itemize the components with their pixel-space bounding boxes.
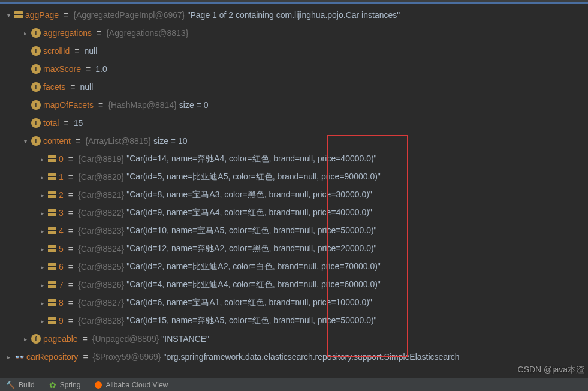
ref-text: {ArrayList@8815} (85, 136, 151, 146)
chevron-right-icon[interactable]: ▸ (22, 336, 29, 342)
ref-text: {Car@8825} (78, 262, 124, 272)
tab-alibaba[interactable]: Alibaba Cloud View (95, 381, 168, 389)
field-icon: f (31, 334, 41, 344)
chevron-down-icon[interactable]: ▾ (5, 12, 12, 19)
chevron-right-icon[interactable]: ▸ (38, 210, 46, 216)
equals-sign: = (76, 136, 80, 146)
value-text: null (80, 82, 94, 92)
equals-sign: = (64, 118, 68, 128)
tree-row-carRepository[interactable]: ▸ 👓 carRepository = {$Proxy59@6969} "org… (5, 348, 588, 366)
ref-text: {$Proxy59@6969} (93, 352, 161, 362)
value-text: "Car(id=12, name=奔驰A2, color=黑色, brand=n… (126, 243, 376, 254)
field-icon: f (31, 118, 41, 128)
tree-row-aggPage[interactable]: ▾ aggPage = {AggregatedPageImpl@6967} "P… (5, 6, 588, 24)
list-item[interactable]: ▸3={Car@8822} "Car(id=9, name=宝马A4, colo… (5, 204, 588, 222)
chevron-right-icon[interactable]: ▸ (38, 318, 46, 324)
value-text: "INSTANCE" (161, 334, 209, 344)
field-icon: f (31, 136, 41, 146)
ref-text: {Car@8821} (78, 190, 124, 200)
chevron-down-icon[interactable]: ▾ (22, 138, 29, 145)
equals-sign: = (68, 262, 73, 272)
field-icon: f (31, 28, 41, 38)
tree-row-aggregations[interactable]: ▸ f aggregations = {Aggregations@8813} (5, 24, 588, 42)
object-icon (48, 173, 56, 181)
list-item[interactable]: ▸7={Car@8826} "Car(id=4, name=比亚迪A4, col… (5, 276, 588, 294)
list-item[interactable]: ▸8={Car@8827} "Car(id=6, name=宝马A1, colo… (5, 294, 588, 312)
object-icon (48, 299, 56, 307)
var-name: aggPage (25, 10, 59, 20)
equals-sign: = (86, 64, 91, 74)
equals-sign: = (70, 82, 75, 92)
alibaba-icon (95, 381, 102, 389)
value-text: "Car(id=14, name=奔驰A4, color=红色, brand=n… (126, 154, 376, 164)
bottom-toolbar: 🔨 Build ✿ Spring Alibaba Cloud View (0, 378, 588, 391)
tree-row-facets[interactable]: f facets = null (5, 78, 588, 96)
chevron-right-icon[interactable]: ▸ (38, 192, 46, 198)
equals-sign: = (64, 10, 68, 20)
ref-text: {Aggregations@8813} (106, 28, 188, 38)
var-name: carRepository (26, 352, 78, 362)
list-item[interactable]: ▸9={Car@8828} "Car(id=15, name=奔驰A5, col… (5, 312, 588, 330)
tab-spring[interactable]: ✿ Spring (49, 380, 81, 390)
field-icon: f (31, 100, 41, 110)
index-label: 4 (59, 226, 64, 236)
var-name: content (43, 136, 71, 146)
ref-text: {Car@8824} (78, 244, 124, 254)
object-icon (48, 209, 56, 217)
tree-row-total[interactable]: f total = 15 (5, 114, 588, 132)
equals-sign: = (97, 28, 101, 38)
tree-row-mapOfFacets[interactable]: f mapOfFacets = {HashMap@8814} size = 0 (5, 96, 588, 114)
list-item[interactable]: ▸0={Car@8819} "Car(id=14, name=奔驰A4, col… (5, 150, 588, 168)
index-label: 7 (59, 280, 64, 290)
chevron-right-icon[interactable]: ▸ (22, 30, 29, 37)
tree-row-pageable[interactable]: ▸ f pageable = {Unpaged@8809} "INSTANCE" (5, 330, 588, 348)
list-item[interactable]: ▸6={Car@8825} "Car(id=2, name=比亚迪A2, col… (5, 258, 588, 276)
tree-row-scrollId[interactable]: f scrollId = null (5, 42, 588, 60)
object-icon (48, 227, 56, 235)
equals-sign: = (68, 154, 73, 164)
chevron-right-icon[interactable]: ▸ (38, 156, 46, 163)
object-icon (14, 11, 23, 19)
ref-text: {Car@8823} (78, 226, 124, 236)
ref-text: {Car@8822} (78, 208, 124, 218)
object-icon (48, 317, 56, 325)
chevron-right-icon[interactable]: ▸ (38, 282, 46, 288)
hammer-icon: 🔨 (6, 381, 15, 389)
chevron-right-icon[interactable]: ▸ (38, 246, 46, 252)
tab-build[interactable]: 🔨 Build (6, 381, 35, 389)
equals-sign: = (74, 46, 79, 56)
list-item[interactable]: ▸5={Car@8824} "Car(id=12, name=奔驰A2, col… (5, 240, 588, 258)
object-icon (48, 263, 56, 271)
size-text: size = 10 (153, 136, 187, 146)
chevron-right-icon[interactable]: ▸ (38, 264, 46, 270)
list-item[interactable]: ▸1={Car@8820} "Car(id=5, name=比亚迪A5, col… (5, 168, 588, 186)
index-label: 6 (59, 262, 64, 272)
chevron-right-icon[interactable]: ▸ (38, 228, 46, 234)
chevron-right-icon[interactable]: ▸ (5, 354, 12, 360)
index-label: 2 (59, 190, 64, 200)
value-text: 1.0 (95, 64, 107, 74)
chevron-right-icon[interactable]: ▸ (38, 300, 46, 306)
var-name: mapOfFacets (43, 100, 94, 110)
chevron-right-icon[interactable]: ▸ (38, 174, 46, 181)
object-icon (48, 155, 56, 163)
object-icon (48, 245, 56, 253)
tab-label: Build (19, 381, 35, 389)
equals-sign: = (98, 100, 103, 110)
list-item[interactable]: ▸2={Car@8821} "Car(id=8, name=宝马A3, colo… (5, 186, 588, 204)
value-text: null (85, 46, 98, 56)
ref-text: {Unpaged@8809} (92, 334, 159, 344)
list-item[interactable]: ▸4={Car@8823} "Car(id=10, name=宝马A5, col… (5, 222, 588, 240)
ref-text: {Car@8819} (78, 154, 124, 164)
var-name: aggregations (43, 28, 92, 38)
var-name: scrollId (43, 46, 70, 56)
equals-sign: = (68, 280, 73, 290)
index-label: 9 (59, 316, 64, 326)
ref-text: {Car@8827} (78, 298, 124, 308)
equals-sign: = (68, 298, 73, 308)
ref-text: {Car@8826} (78, 280, 124, 290)
tree-row-content[interactable]: ▾ f content = {ArrayList@8815} size = 10 (5, 132, 588, 150)
tree-row-maxScore[interactable]: f maxScore = 1.0 (5, 60, 588, 78)
var-name: pageable (43, 334, 78, 344)
equals-sign: = (68, 226, 73, 236)
